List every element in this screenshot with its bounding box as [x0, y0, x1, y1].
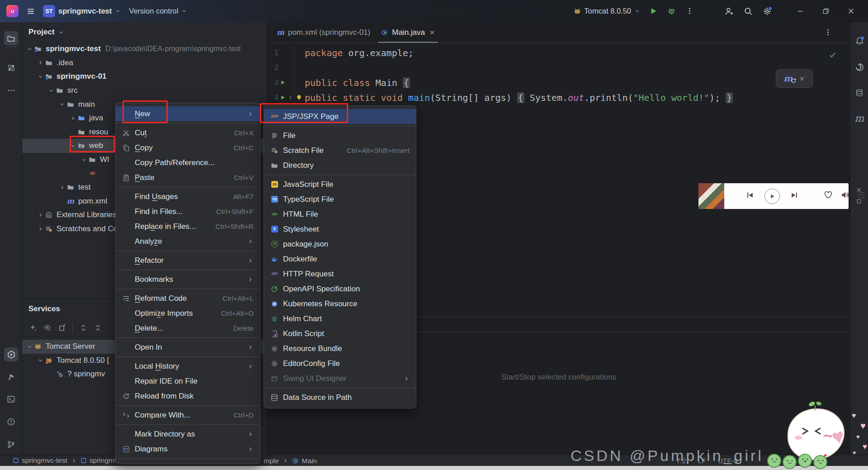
run-small-icon[interactable]	[280, 80, 286, 85]
chevron-down-icon[interactable]	[69, 143, 77, 149]
add-user-button[interactable]	[722, 5, 736, 18]
menu-item-directory[interactable]: Directory	[264, 158, 416, 173]
close-button[interactable]	[838, 1, 863, 21]
menu-item-replace-in-files[interactable]: Replace in Files...Ctrl+Shift+R	[116, 219, 260, 234]
menu-item-openapi-specification[interactable]: OpenAPI Specification	[264, 281, 416, 296]
notifications-bell-icon[interactable]	[853, 34, 866, 47]
dismiss-icon[interactable]	[799, 76, 805, 82]
menu-item-kubernetes-resource[interactable]: Kubernetes Resource	[264, 296, 416, 311]
menu-item-refactor[interactable]: Refactor	[116, 253, 260, 268]
chevron-right-icon[interactable]	[36, 226, 44, 232]
tree-item-springmvc-01[interactable]: springmvc-01	[22, 70, 267, 84]
bulb-icon[interactable]	[296, 94, 302, 101]
menu-item-swing-ui-designer[interactable]: Swing UI Designer	[264, 371, 416, 386]
album-art[interactable]	[698, 183, 724, 209]
maven-reload-widget[interactable]: m	[776, 69, 813, 88]
vcs-widget[interactable]: Version control	[129, 7, 187, 15]
search-button[interactable]	[741, 5, 755, 18]
menu-item-reformat-code[interactable]: Reformat CodeCtrl+Alt+L	[116, 291, 260, 306]
minimize-button[interactable]	[788, 1, 813, 21]
menu-item-dockerfile[interactable]: Dockerfile	[264, 252, 416, 266]
menu-item-find-usages[interactable]: Find UsagesAlt+F7	[116, 189, 260, 204]
breadcrumb-springmvc-test[interactable]: springmvc-test	[13, 456, 67, 465]
menu-item-mark-directory-as[interactable]: Mark Directory as	[116, 427, 260, 442]
menu-item-package-json[interactable]: JSpackage.json	[264, 237, 416, 252]
box-small-button[interactable]	[856, 197, 862, 206]
next-button[interactable]	[790, 191, 798, 202]
menu-item-resource-bundle[interactable]: Resource Bundle	[264, 341, 416, 356]
more-dots-button[interactable]	[4, 83, 18, 97]
tree-item-idea[interactable]: .idea	[22, 56, 267, 70]
tab-options-kebab-icon[interactable]	[824, 28, 832, 36]
prev-button[interactable]	[746, 191, 755, 202]
close-small-button[interactable]	[856, 186, 862, 195]
chevron-down-icon[interactable]	[25, 46, 33, 52]
restore-button[interactable]	[813, 1, 838, 21]
heart-button[interactable]	[824, 190, 833, 202]
menu-item-bookmarks[interactable]: Bookmarks	[116, 272, 260, 287]
collapse-all-button[interactable]	[91, 322, 104, 334]
menu-item-compare-with[interactable]: Compare With...Ctrl+D	[116, 408, 260, 423]
menu-item-local-history[interactable]: Local History	[116, 359, 260, 374]
breadcrumb-springmv[interactable]: springmv	[80, 456, 118, 465]
menu-item-repair-ide-on-file[interactable]: Repair IDE on File	[116, 374, 260, 389]
project-widget[interactable]: ST springmvc-test	[43, 5, 121, 17]
editor-tab-main-java[interactable]: Main.java✕	[376, 22, 440, 43]
terminal-button[interactable]	[4, 392, 18, 406]
maven-reload-icon[interactable]: m	[783, 74, 793, 83]
menu-item-open-in[interactable]: Open In	[116, 340, 260, 355]
menu-item-jsp-jspx-page[interactable]: JSPJSP/JSPX Page	[264, 109, 416, 124]
build-hammer-button[interactable]	[4, 370, 18, 384]
project-folder-tool-button[interactable]	[4, 31, 18, 45]
chevron-right-icon[interactable]	[58, 185, 66, 190]
chevron-down-icon[interactable]	[47, 88, 55, 94]
tab-close-icon[interactable]: ✕	[429, 29, 435, 36]
menu-item-new[interactable]: New	[116, 106, 260, 121]
editor-tab-pom-xml-springmvc-01[interactable]: mpom.xml (springmvc-01)	[271, 22, 376, 43]
menu-item-data-source-in-path[interactable]: Data Source in Path	[264, 390, 416, 405]
idea-logo-icon[interactable]: IJ	[6, 5, 19, 17]
menu-item-stylesheet[interactable]: 3Stylesheet	[264, 222, 416, 237]
menu-item-scratch-file[interactable]: Scratch FileCtrl+Alt+Shift+Insert	[264, 143, 416, 158]
problems-button[interactable]	[4, 415, 18, 429]
maven-icon[interactable]: m	[853, 112, 866, 125]
volume-button[interactable]	[840, 190, 849, 202]
git-branch-button[interactable]	[4, 437, 18, 451]
play-circle-button[interactable]	[764, 189, 780, 204]
breadcrumb-mple[interactable]: mple	[264, 457, 279, 465]
menu-item-javascript-file[interactable]: JSJavaScript File	[264, 177, 416, 192]
menu-item-diagrams[interactable]: Diagrams	[116, 442, 260, 456]
run-config-selector[interactable]: Tomcat 8.0.50	[574, 7, 640, 15]
menu-item-typescript-file[interactable]: TSTypeScript File	[264, 192, 416, 207]
menu-item-reload-from-disk[interactable]: Reload from Disk	[116, 389, 260, 404]
project-panel-header[interactable]: Project	[22, 22, 267, 42]
menu-item-kotlin-script[interactable]: Kotlin Script	[264, 326, 416, 341]
inspections-ok-icon[interactable]	[829, 51, 836, 59]
structure-button[interactable]	[4, 61, 18, 75]
tree-item-src[interactable]: src	[22, 84, 267, 98]
database-icon[interactable]	[853, 86, 866, 100]
menu-item-analyze[interactable]: Analyze	[116, 234, 260, 249]
chevron-down-icon[interactable]	[80, 157, 88, 163]
more-kebab-button[interactable]	[683, 5, 696, 18]
show-eye-button[interactable]	[41, 322, 54, 334]
chevron-right-icon[interactable]	[69, 115, 77, 121]
chevron-down-icon[interactable]	[25, 344, 33, 350]
ai-assistant-icon[interactable]	[853, 60, 866, 74]
tree-item-springmvc-test[interactable]: springmvc-testD:\javacode\IDEA-program\s…	[22, 42, 267, 56]
menu-item-html-file[interactable]: <>HTML File	[264, 207, 416, 222]
menu-item-paste[interactable]: PasteCtrl+V	[116, 170, 260, 185]
open-frame-button[interactable]	[56, 322, 68, 334]
services-hex-button[interactable]	[4, 347, 18, 361]
run-gutter-icon[interactable]	[278, 95, 287, 100]
menu-item-delete[interactable]: Delete...Delete	[116, 321, 260, 336]
chevron-right-icon[interactable]	[36, 212, 44, 218]
settings-gear-button[interactable]	[760, 5, 774, 18]
breadcrumb-main[interactable]: Main	[292, 457, 317, 465]
menu-item-optimize-imports[interactable]: Optimize ImportsCtrl+Alt+O	[116, 306, 260, 321]
menu-item-helm-chart[interactable]: Helm Chart	[264, 311, 416, 326]
chevron-down-icon[interactable]	[36, 357, 44, 363]
run-gutter-icon[interactable]	[278, 80, 287, 85]
add-plus-button[interactable]	[27, 322, 39, 334]
menu-item-http-request[interactable]: APIHTTP Request	[264, 266, 416, 281]
